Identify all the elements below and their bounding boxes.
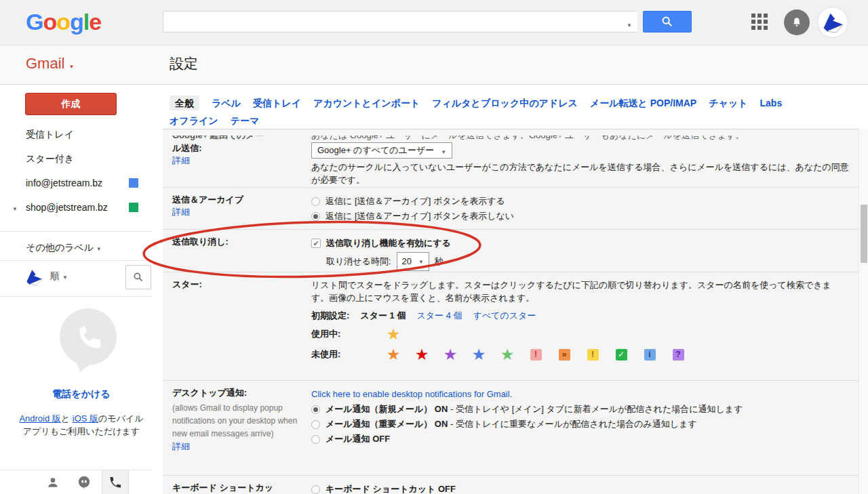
tab-labels[interactable]: ラベル (212, 98, 241, 108)
radio-hide-send-archive[interactable] (311, 212, 320, 221)
gmail-header-bar: Gmail 設定 あ (0, 45, 868, 85)
radio-label: キーボード ショートカット OFF (326, 482, 456, 494)
phone-tab[interactable] (102, 470, 129, 494)
details-link[interactable]: 詳細 (172, 440, 311, 453)
preset-four-stars-link[interactable]: スター 4 個 (416, 310, 462, 322)
tab-forwarding-pop-imap[interactable]: メール転送と POP/IMAP (590, 98, 696, 108)
preset-all-stars-link[interactable]: すべてのスター (473, 310, 536, 322)
period-unit: 秒 (435, 254, 443, 269)
chevron-down-icon (69, 55, 75, 72)
jetstream-logo (819, 9, 846, 36)
item-label: 受信トレイ (26, 129, 74, 140)
section-undo-send: 送信取り消し: 送信取り消し機能を有効にする 取り消せる時間: 20 秒 (163, 229, 859, 272)
star-badge-icon[interactable]: ! (578, 349, 607, 361)
account-avatar[interactable] (817, 7, 848, 38)
star-icon[interactable]: ★ (408, 346, 436, 363)
contacts-tab[interactable] (39, 470, 66, 494)
more-labels-dropdown[interactable]: その他のラベル (26, 235, 102, 260)
label-color-swatch[interactable] (129, 203, 138, 212)
person-icon (46, 476, 60, 489)
details-link[interactable]: 詳細 (172, 206, 311, 218)
sidebar-item-starred[interactable]: スター付き (0, 146, 163, 171)
chevron-down-icon (62, 270, 68, 281)
chat-user-menu[interactable]: 順 (50, 270, 68, 283)
undo-period-select[interactable]: 20 (397, 252, 429, 271)
badge-glyph: ✓ (616, 349, 627, 361)
gmail-app-menu[interactable]: Gmail (26, 55, 75, 73)
search-icon (133, 272, 144, 283)
radio-label: メール通知（重要メール） ON - 受信トレイに重要なメールが配信された場合のみ… (326, 417, 697, 432)
logo-letter: o (43, 9, 56, 35)
radio-keyboard-shortcuts-off[interactable] (311, 485, 320, 494)
divider (0, 296, 152, 297)
top-bar: Google (0, 0, 868, 45)
details-link[interactable]: 詳細 (172, 155, 311, 167)
search-options-caret-icon[interactable] (627, 19, 632, 29)
content-scrollbar[interactable] (859, 129, 868, 494)
search-icon (661, 16, 673, 28)
chevron-down-icon (441, 146, 446, 156)
badge-glyph: ! (530, 349, 542, 361)
tab-filters-blocked[interactable]: フィルタとブロック中のアドレス (432, 98, 578, 108)
star-badge-icon[interactable]: » (550, 349, 578, 361)
notifications-bell-icon[interactable] (784, 9, 810, 35)
page-title: 設定 (170, 54, 198, 73)
star-icon[interactable]: ★ (379, 326, 408, 342)
radio-new-mail-notifications[interactable] (311, 405, 320, 414)
section-stars: スター: リスト間でスターをドラッグします。スターはクリックするたびに下記の順で… (163, 272, 859, 380)
chat-avatar[interactable] (23, 266, 45, 288)
star-icon[interactable]: ★ (493, 346, 521, 363)
radio-important-mail-notifications[interactable] (311, 420, 320, 429)
star-badge-icon[interactable]: i (635, 349, 664, 361)
logo-letter: l (83, 9, 89, 35)
sidebar-item-shop-label[interactable]: shop@jetstream.bz (0, 195, 163, 220)
star-icon[interactable]: ★ (379, 346, 408, 363)
radio-label: メール通知 OFF (326, 432, 390, 447)
tab-chat[interactable]: チャット (709, 98, 747, 108)
enable-notifications-link[interactable]: Click here to enable desktop notificatio… (311, 387, 849, 402)
more-labels-text: その他のラベル (26, 242, 94, 253)
section-label: キーボード ショートカッ (172, 482, 311, 494)
tab-labs[interactable]: Labs (760, 98, 783, 108)
compose-button[interactable]: 作成 (25, 93, 117, 115)
preset-one-star[interactable]: スター 1 個 (360, 310, 406, 322)
tab-themes[interactable]: テーマ (231, 115, 260, 126)
radio-show-send-archive[interactable] (311, 197, 320, 206)
search-button[interactable] (643, 11, 692, 33)
chevron-down-icon[interactable] (12, 195, 18, 222)
stars-not-in-use-row: 未使用: ★ ★ ★ ★ ★ ! » ! ✓ i ? (311, 346, 849, 363)
star-icon[interactable]: ★ (465, 346, 493, 363)
section-label: デスクトップ通知: (172, 387, 311, 399)
section-description: あなたのサークルに入っていないユーザーがこの方法であなたにメールを送信する場合、… (311, 161, 849, 186)
googleplus-audience-select[interactable]: Google+ のすべてのユーザー (311, 142, 452, 159)
ios-link[interactable]: iOS 版 (73, 413, 98, 424)
scrollbar-thumb[interactable] (861, 205, 867, 263)
item-label: スター付き (26, 153, 74, 164)
hangouts-call-icon (56, 307, 121, 372)
tab-offline[interactable]: オフライン (170, 115, 218, 126)
label-list: 受信トレイ スター付き info@jetstream.bz shop@jetst… (0, 122, 163, 220)
mobile-apps-note: Android 版と iOS 版のモバイルアプリもご利用いただけます (17, 412, 146, 438)
chat-search-button[interactable] (125, 265, 151, 289)
star-icon[interactable]: ★ (436, 346, 465, 363)
logo-letter: g (70, 9, 83, 35)
label-color-swatch[interactable] (129, 178, 138, 188)
make-call-link[interactable]: 電話をかける (0, 388, 163, 400)
sidebar-item-inbox[interactable]: 受信トレイ (0, 122, 163, 146)
apps-grid-icon[interactable] (751, 14, 769, 31)
badge-glyph: » (559, 349, 570, 361)
star-badge-icon[interactable]: ? (664, 349, 692, 361)
tab-accounts-import[interactable]: アカウントとインポート (313, 98, 420, 108)
chats-tab[interactable] (71, 470, 98, 494)
section-send-archive: 送信＆アーカイブ 詳細 返信に [送信＆アーカイブ] ボタンを表示する 返信に … (163, 187, 859, 229)
sidebar-item-info-label[interactable]: info@jetstream.bz (0, 171, 163, 195)
search-input[interactable] (169, 14, 616, 30)
star-badge-icon[interactable]: ! (521, 349, 550, 361)
radio-notifications-off[interactable] (311, 435, 320, 444)
undo-send-checkbox[interactable] (311, 239, 321, 248)
star-badge-icon[interactable]: ✓ (607, 349, 635, 361)
android-link[interactable]: Android 版 (19, 413, 60, 424)
chevron-down-icon (96, 242, 102, 253)
tab-general[interactable]: 全般 (170, 96, 199, 110)
tab-inbox[interactable]: 受信トレイ (253, 98, 301, 108)
